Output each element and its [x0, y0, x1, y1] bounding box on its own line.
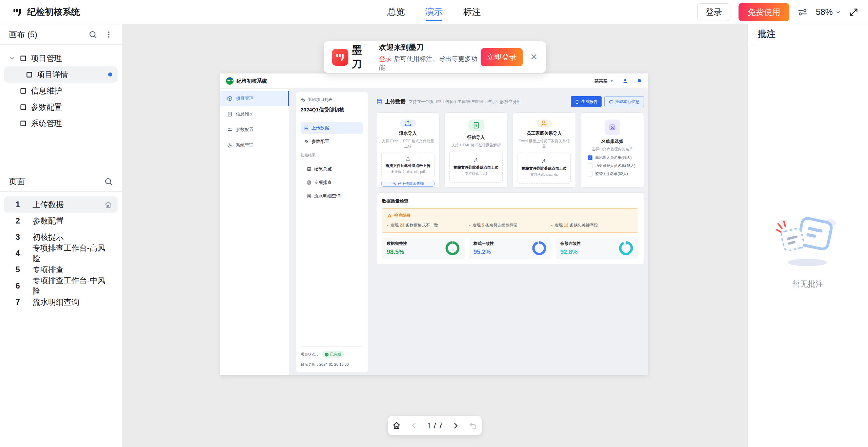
card-title: 员工家庭关系导入: [518, 130, 571, 136]
tree-item-project-management[interactable]: 项目管理: [4, 50, 118, 66]
card-family-relation-import: 员工家庭关系导入 Excel 模板上传员工家庭关系信息 拖拽文件到此处或点击上传…: [512, 112, 576, 188]
nav-item-project-management[interactable]: 项目管理: [220, 91, 289, 106]
id-card-icon: [605, 120, 620, 135]
checkbox[interactable]: [588, 164, 592, 168]
tab-overview[interactable]: 总览: [387, 0, 405, 24]
sidebar-item-special-check[interactable]: 专项排查: [301, 177, 363, 188]
user-name[interactable]: 某某某: [594, 78, 608, 84]
metric-data-completeness: 数据完整性 98.5%: [382, 237, 465, 259]
page-item-7[interactable]: 7 流水明细查询: [4, 294, 118, 310]
search-icon[interactable]: [104, 177, 113, 186]
sliders-icon: [227, 127, 233, 132]
fullscreen-icon[interactable]: [849, 7, 859, 17]
page-description: 支持在一个项目中上传多个主体/账户数据，进行汇总/独立分析: [409, 99, 521, 105]
caret-down-icon[interactable]: [610, 79, 614, 83]
user-icon[interactable]: [622, 78, 628, 84]
person-add-icon: [537, 120, 552, 127]
tree-item-label: 系统管理: [31, 118, 62, 129]
annotation-panel-title: 批注: [748, 24, 868, 44]
sidebar-item-upload-data[interactable]: 上传数据: [301, 122, 363, 134]
nav-item-info-maintenance[interactable]: 信息维护: [220, 106, 289, 122]
canvas-area[interactable]: 墨刀 欢迎来到墨刀 登录后可使用标注、导出等更多功能 立即登录 ✕ 纪检初核系统…: [122, 24, 747, 447]
annotation-panel: 批注 暂无批注: [747, 24, 868, 447]
login-now-button[interactable]: 立即登录: [481, 48, 523, 66]
page-item-6[interactable]: 6 专项排查工作台-中风险: [4, 278, 118, 294]
checkbox[interactable]: [588, 172, 592, 176]
checkbox-high-risk-list[interactable]: ✓ 高风险人员名单(68人): [588, 155, 639, 160]
document-list-icon: [307, 180, 311, 185]
checkbox-regulator-watch-list[interactable]: 监管关注名单(32人): [588, 171, 639, 176]
zoom-control[interactable]: 58%: [816, 7, 841, 17]
banner-subtitle: 后可使用标注、导出等更多功能: [379, 55, 478, 71]
chevron-down-icon[interactable]: [9, 55, 16, 62]
finding-item: • 发现 5 条余额连续性异常: [469, 222, 551, 228]
tree-item-label: 项目详情: [37, 69, 68, 80]
login-button[interactable]: 登录: [697, 3, 730, 21]
document-search-icon: [307, 194, 311, 198]
database-icon: [304, 126, 309, 130]
checkbox[interactable]: ✓: [588, 155, 592, 160]
page-item-label: 专项排查工作台-中风险: [33, 275, 112, 296]
checkbox-history-suspect-list[interactable]: 历史可疑人员名单(45人): [588, 163, 639, 168]
kebab-menu-icon[interactable]: [105, 30, 113, 39]
app-title: 纪检初核系统: [237, 78, 267, 84]
page-item-1[interactable]: 1 上传数据: [4, 196, 118, 213]
tab-annotate[interactable]: 标注: [463, 0, 481, 24]
preferences-icon[interactable]: [798, 7, 808, 17]
frame-icon: [20, 55, 27, 62]
project-title: 纪检初核系统: [27, 6, 80, 18]
flow-dropzone[interactable]: 拖拽文件到此处或点击上传 支持格式: xlsx, xls, pdf: [381, 152, 435, 178]
tree-item-info-maintenance[interactable]: 信息维护: [4, 83, 118, 99]
search-icon[interactable]: [88, 30, 97, 39]
sidebar-item-parameter-config[interactable]: 参数配置: [301, 136, 363, 147]
mockingbot-app-icon: [332, 49, 348, 66]
finding-item: • 发现 23 条数据格式不一致: [387, 222, 469, 228]
bell-icon[interactable]: [637, 78, 642, 84]
banner-title: 欢迎来到墨刀: [379, 42, 481, 52]
finding-item: • 发现 12 条缺失关键字段: [551, 222, 633, 228]
page-title: 上传数据: [385, 99, 405, 105]
banner-login-link[interactable]: 登录: [379, 55, 392, 62]
card-credit-import: 征信导入 支持 HTML 格式征信报告解析 拖拽文件到此处或点击上传 支持格式:…: [444, 112, 508, 188]
warning-icon: [387, 213, 392, 218]
uploaded-flow-query-button[interactable]: 已上传流水查询: [381, 181, 435, 187]
card-title: 征信导入: [449, 134, 503, 141]
updated-time: 2024-01-20 15:30: [319, 362, 349, 366]
app-nav: 项目管理 信息维护 参数配置 系统管理: [220, 89, 289, 375]
nav-item-parameter-config[interactable]: 参数配置: [220, 122, 289, 137]
page-indicator: 1 / 7: [427, 421, 443, 430]
nav-item-label: 信息维护: [236, 111, 254, 117]
family-dropzone[interactable]: 拖拽文件到此处或点击上传 支持格式: xlsx, xls: [518, 152, 571, 184]
home-icon[interactable]: [392, 421, 401, 430]
tree-item-label: 参数配置: [31, 102, 62, 112]
page-item-4[interactable]: 4 专项排查工作台-高风险: [4, 245, 118, 261]
prototype-preview: 纪检初核系统 某某某 项目管理 信息维护: [220, 73, 648, 375]
back-to-projects[interactable]: 返回项目列表: [301, 97, 363, 103]
tree-item-system-management[interactable]: 系统管理: [4, 115, 118, 131]
tab-present[interactable]: 演示: [425, 0, 443, 24]
data-quality-section: 数据质量检查 检查结果 • 发现 23 条数据格式不一致: [376, 192, 644, 265]
restart-icon[interactable]: [468, 421, 477, 430]
bank-logo-icon: [226, 77, 234, 85]
tree-item-project-detail[interactable]: 项目详情: [4, 66, 118, 83]
fetch-bank-info-button[interactable]: 拉取本行信息: [604, 96, 644, 107]
frame-icon: [26, 71, 33, 78]
close-icon[interactable]: ✕: [530, 52, 538, 62]
updated-label: 最后更新：: [301, 362, 319, 366]
tree-item-parameter-config[interactable]: 参数配置: [4, 99, 118, 115]
credit-dropzone[interactable]: 拖拽文件到此处或点击上传 支持格式: html: [449, 151, 503, 183]
generate-report-button[interactable]: 生成报告: [571, 96, 602, 107]
sidebar-item-label: 结果总览: [314, 166, 332, 172]
free-use-button[interactable]: 免费使用: [739, 3, 789, 21]
next-page-icon[interactable]: [451, 422, 460, 430]
editor-topbar: 纪检初核系统 总览 演示 标注 登录 免费使用 58%: [0, 0, 868, 24]
sidebar-item-label: 专项排查: [314, 179, 332, 186]
nav-item-system-management[interactable]: 系统管理: [220, 137, 289, 153]
sidebar-item-result-overview[interactable]: 结果总览: [301, 163, 363, 175]
donut-ring: [532, 241, 547, 256]
sidebar-item-flow-detail[interactable]: 流水明细查询: [301, 190, 363, 202]
active-canvas-dot: [108, 72, 112, 77]
page-item-2[interactable]: 2 参数配置: [4, 213, 118, 229]
prev-page-icon[interactable]: [410, 422, 418, 430]
card-desc: Excel 模板上传员工家庭关系信息: [518, 139, 571, 149]
